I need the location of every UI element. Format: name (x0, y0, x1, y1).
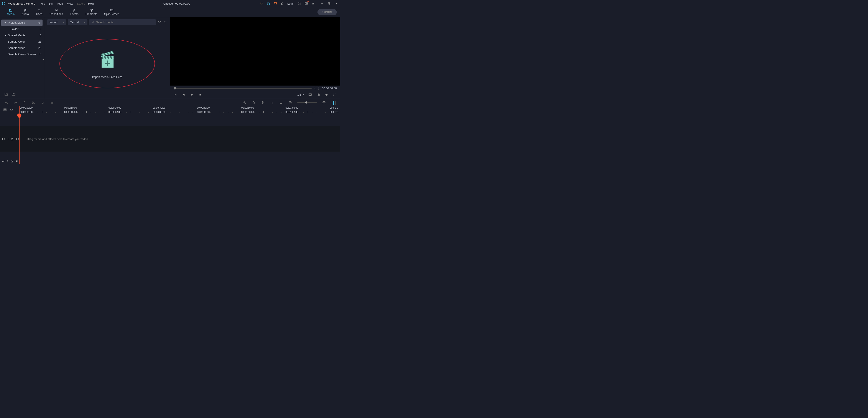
sidebar-count: 20 (38, 47, 41, 50)
display-settings-icon[interactable] (308, 93, 312, 97)
tab-titles[interactable]: Titles (32, 8, 46, 17)
new-folder-icon[interactable] (4, 92, 8, 96)
video-track-icon (2, 138, 5, 140)
lock-icon[interactable] (10, 159, 13, 162)
preview-scrubber[interactable] (174, 88, 312, 89)
menu-edit[interactable]: Edit (49, 2, 53, 5)
menu-view[interactable]: View (67, 2, 73, 5)
timeline-ruler[interactable]: 00:00:00:0000:00:10:0000:00:20:0000:00:3… (0, 107, 340, 113)
close-icon[interactable] (335, 2, 339, 5)
snapshot-icon[interactable] (316, 93, 320, 97)
mic-icon[interactable] (261, 101, 265, 104)
eye-icon[interactable] (16, 138, 19, 140)
zoom-out-icon[interactable] (288, 101, 292, 104)
video-track[interactable]: 1 Drag media and effects here to create … (0, 126, 340, 152)
zoom-in-icon[interactable] (322, 101, 326, 104)
tab-split-screen[interactable]: Split Screen (101, 8, 123, 17)
adjust-icon[interactable] (41, 101, 45, 104)
tab-label: Titles (36, 12, 42, 16)
preview-panel: { } 00:00:00:00 1/2▾ (170, 18, 340, 98)
download-icon[interactable] (311, 2, 315, 5)
titlebar: Wondershare Filmora File Edit Tools View… (0, 0, 340, 7)
trash-icon[interactable] (280, 2, 284, 5)
tab-label: Audio (22, 12, 29, 16)
tab-effects[interactable]: Effects (66, 8, 82, 17)
playhead[interactable] (19, 107, 20, 164)
dropzone-text: Import Media Files Here (92, 76, 122, 79)
menu-help[interactable]: Help (88, 2, 94, 5)
svg-point-11 (164, 22, 165, 23)
prev-frame-button[interactable] (174, 93, 178, 97)
lock-icon[interactable] (11, 138, 13, 141)
sidebar-collapse-handle[interactable]: ◀ (42, 58, 44, 62)
marker-icon[interactable] (252, 101, 256, 104)
preview-timecode: 00:00:00:00 (322, 87, 337, 90)
folder-open-icon[interactable] (12, 92, 16, 96)
track-manage-icon[interactable] (3, 108, 7, 112)
split-icon[interactable] (32, 101, 36, 104)
svg-point-9 (165, 21, 165, 22)
svg-point-29 (42, 103, 43, 104)
track-index: 1 (7, 160, 8, 162)
mail-icon[interactable] (304, 2, 308, 5)
mark-out-button[interactable]: } (318, 86, 319, 90)
track-hint: Drag media and effects here to create yo… (19, 126, 340, 152)
export-button[interactable]: EXPORT (317, 9, 337, 15)
search-media-input[interactable] (89, 19, 156, 25)
preview-video[interactable] (170, 18, 340, 86)
preview-scale-dropdown[interactable]: 1/2▾ (297, 93, 304, 96)
stop-button[interactable] (198, 93, 202, 97)
link-icon[interactable] (9, 108, 13, 112)
sidebar-item-sample-video[interactable]: Sample Video 20 (0, 45, 44, 51)
crop-icon[interactable] (279, 101, 283, 104)
import-dropzone[interactable]: Import Media Files Here (44, 28, 170, 98)
play-button[interactable] (190, 93, 194, 97)
sidebar-item-sample-green-screen[interactable]: Sample Green Screen 10 (0, 51, 44, 57)
save-icon[interactable] (297, 2, 301, 5)
login-button[interactable]: Login (287, 2, 294, 5)
tab-transitions[interactable]: Transitions (46, 8, 66, 17)
search-field[interactable] (96, 21, 154, 24)
mute-icon[interactable] (15, 160, 18, 162)
menu-tools[interactable]: Tools (57, 2, 63, 5)
render-preview-icon[interactable] (243, 101, 247, 104)
sidebar-count: 10 (38, 53, 41, 56)
fullscreen-icon[interactable] (333, 93, 337, 97)
next-frame-button[interactable] (182, 93, 186, 97)
audio-mixer-icon[interactable] (270, 101, 274, 104)
sidebar-item-sample-color[interactable]: Sample Color 25 (0, 38, 44, 45)
delete-icon[interactable] (23, 101, 27, 104)
audio-track[interactable]: 1 (0, 158, 340, 164)
maximize-icon[interactable] (327, 2, 331, 5)
mark-in-button[interactable]: { (314, 86, 315, 90)
zoom-slider[interactable] (297, 102, 317, 103)
volume-icon[interactable] (324, 93, 329, 97)
media-panel: Import▾ Record▾ (44, 18, 170, 98)
cart-icon[interactable] (273, 2, 277, 5)
svg-point-20 (101, 56, 102, 57)
sidebar-label: Shared Media (8, 34, 25, 37)
lightbulb-icon[interactable] (259, 2, 264, 5)
grid-view-icon[interactable] (163, 20, 167, 24)
record-dropdown[interactable]: Record▾ (68, 19, 88, 25)
svg-point-7 (92, 21, 93, 23)
menu-file[interactable]: File (40, 2, 45, 5)
sidebar-item-folder[interactable]: Folder 0 (0, 26, 44, 32)
menu-export[interactable]: Export (76, 2, 85, 5)
minimize-icon[interactable] (320, 2, 324, 5)
import-dropdown[interactable]: Import▾ (47, 19, 66, 25)
split-screen-icon (110, 8, 114, 12)
tab-label: Media (7, 12, 14, 16)
filter-icon[interactable] (158, 20, 161, 24)
tab-elements[interactable]: Elements (82, 8, 101, 17)
audio-waveform-icon[interactable] (50, 101, 54, 104)
sidebar-item-project-media[interactable]: Project Media 0 (1, 20, 42, 26)
undo-icon[interactable] (4, 101, 8, 104)
chevron-right-icon (4, 34, 6, 36)
sidebar-item-shared-media[interactable]: Shared Media 0 (0, 32, 44, 38)
redo-icon[interactable] (13, 101, 18, 104)
tab-audio[interactable]: Audio (18, 8, 32, 17)
headphones-icon[interactable] (267, 2, 270, 5)
zoom-fit-button[interactable] (333, 101, 336, 104)
tab-media[interactable]: Media (3, 8, 18, 17)
